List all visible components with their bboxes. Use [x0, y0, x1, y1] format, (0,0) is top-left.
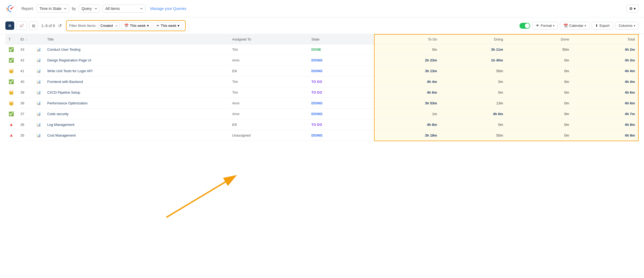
- export-icon: ⬆: [595, 24, 598, 28]
- row-done: 0m: [506, 130, 572, 141]
- filter-this-week-2-button[interactable]: ✂ This week ▾: [153, 22, 183, 29]
- calendar-chevron-icon: ▾: [585, 24, 586, 27]
- table-row: ✅40📊Frontend with BackendTimTO DO4h 4m0m…: [5, 76, 638, 87]
- trend-chart-icon[interactable]: 📊: [36, 90, 41, 94]
- row-type-icon: ✅: [5, 76, 17, 87]
- row-assigned: Arno: [229, 109, 308, 119]
- task-icon: ✅: [9, 58, 14, 63]
- row-title: Design Registration Page UI: [44, 55, 229, 66]
- row-todo: 0m: [374, 44, 440, 55]
- row-doing: 50m: [440, 130, 506, 141]
- row-title: Code security: [44, 109, 229, 119]
- row-done: 0m: [506, 87, 572, 98]
- calendar-button[interactable]: 📆 Calendar ▾: [560, 22, 590, 30]
- row-type-icon: 👑: [5, 66, 17, 76]
- row-trend[interactable]: 📊: [33, 98, 44, 109]
- row-todo: 2h 23m: [374, 55, 440, 66]
- row-trend[interactable]: 📊: [33, 87, 44, 98]
- row-id: 42: [17, 55, 33, 66]
- manage-queries-link[interactable]: Manage your Queries: [150, 6, 186, 11]
- row-todo: 3h 13m: [374, 66, 440, 76]
- row-done: 0m: [506, 109, 572, 119]
- trend-chart-icon[interactable]: 📊: [36, 123, 41, 127]
- row-id: 35: [17, 130, 33, 141]
- row-state: TO DO: [308, 76, 374, 87]
- row-type-icon: 👑: [5, 98, 17, 109]
- row-title: Frontend with Backend: [44, 76, 229, 87]
- row-trend[interactable]: 📊: [33, 76, 44, 87]
- row-trend[interactable]: 📊: [33, 130, 44, 141]
- id-sort-icon[interactable]: ↓: [26, 38, 27, 41]
- table-view-button[interactable]: ▤: [29, 21, 38, 30]
- refresh-button[interactable]: ↺: [58, 23, 62, 28]
- row-trend[interactable]: 📊: [33, 55, 44, 66]
- row-done: 0m: [506, 119, 572, 130]
- trend-chart-icon[interactable]: 📊: [36, 58, 41, 62]
- export-button[interactable]: ⬆ Export: [592, 22, 613, 30]
- main-table: T ID ↓ Title Assigned To State To Do Doi…: [5, 34, 639, 141]
- trend-chart-icon[interactable]: 📊: [36, 80, 41, 84]
- row-type-icon: 🔺: [5, 130, 17, 141]
- row-done: 0m: [506, 98, 572, 109]
- row-trend[interactable]: 📊: [33, 44, 44, 55]
- trend-chart-icon[interactable]: 📊: [36, 69, 41, 73]
- col-header-assigned: Assigned To: [229, 34, 308, 44]
- grid-view-button[interactable]: ⊞: [5, 21, 14, 30]
- row-type-icon: 👑: [5, 87, 17, 98]
- filter-this-week-1-button[interactable]: 📅 This week ▾: [121, 22, 152, 29]
- row-total: 4h 6m: [572, 98, 638, 109]
- trend-chart-icon[interactable]: 📊: [36, 101, 41, 105]
- row-id: 41: [17, 66, 33, 76]
- state-badge: DONE: [311, 48, 321, 52]
- gear-dropdown-icon: ▾: [634, 6, 636, 11]
- row-id: 40: [17, 76, 33, 87]
- toggle-switch[interactable]: [519, 23, 530, 29]
- cone-icon: 🔺: [9, 133, 14, 138]
- row-trend[interactable]: 📊: [33, 109, 44, 119]
- settings-button[interactable]: ⚙ ▾: [626, 5, 639, 13]
- table-icon: ▤: [32, 24, 35, 28]
- state-badge: DOING: [311, 58, 323, 62]
- state-badge: TO DO: [311, 91, 322, 94]
- row-total: 4h 3m: [572, 55, 638, 66]
- row-state: TO DO: [308, 87, 374, 98]
- row-trend[interactable]: 📊: [33, 66, 44, 76]
- row-todo: 4h 4m: [374, 76, 440, 87]
- columns-button[interactable]: Columns ▾: [615, 22, 639, 30]
- gear-icon: ⚙: [629, 6, 633, 11]
- trend-chart-icon[interactable]: 📊: [36, 47, 41, 52]
- format-button[interactable]: 👁 Format ▾: [532, 22, 558, 30]
- row-assigned: Elli: [229, 119, 308, 130]
- row-total: 4h 4m: [572, 66, 638, 76]
- chart-view-button[interactable]: 📈: [16, 21, 27, 30]
- scissors-icon: ✂: [156, 24, 159, 28]
- row-trend[interactable]: 📊: [33, 119, 44, 130]
- row-doing: 4h 6m: [440, 109, 506, 119]
- row-total: 4h 2m: [572, 44, 638, 55]
- report-select[interactable]: Time in State: [36, 5, 69, 13]
- toolbar: ⊞ 📈 ▤ 1–9 of 9 ↺ Filter Work Items: Crea…: [0, 17, 644, 34]
- this-week-1-label: This week: [130, 24, 146, 28]
- row-id: 39: [17, 87, 33, 98]
- filter-created-select[interactable]: Created: [98, 22, 120, 29]
- columns-chevron-icon: ▾: [634, 24, 635, 27]
- row-state: TO DO: [308, 119, 374, 130]
- row-doing: 3h 11m: [440, 44, 506, 55]
- row-title: Conduct User Testing: [44, 44, 229, 55]
- row-assigned: Tim: [229, 87, 308, 98]
- query-select[interactable]: Query: [79, 5, 100, 13]
- row-assigned: Unassigned: [229, 130, 308, 141]
- row-assigned: Arno: [229, 98, 308, 109]
- svg-line-6: [7, 10, 8, 11]
- row-state: DOING: [308, 55, 374, 66]
- svg-point-3: [10, 8, 12, 9]
- all-items-select[interactable]: All Items: [103, 5, 145, 13]
- export-label: Export: [599, 24, 610, 28]
- col-header-doing: Doing: [440, 34, 506, 44]
- columns-label: Columns: [619, 24, 632, 28]
- row-total: 4h 7m: [572, 109, 638, 119]
- epic-icon: 👑: [9, 101, 14, 105]
- trend-chart-icon[interactable]: 📊: [36, 112, 41, 116]
- col-header-id: ID ↓: [17, 34, 33, 44]
- trend-chart-icon[interactable]: 📊: [36, 133, 41, 137]
